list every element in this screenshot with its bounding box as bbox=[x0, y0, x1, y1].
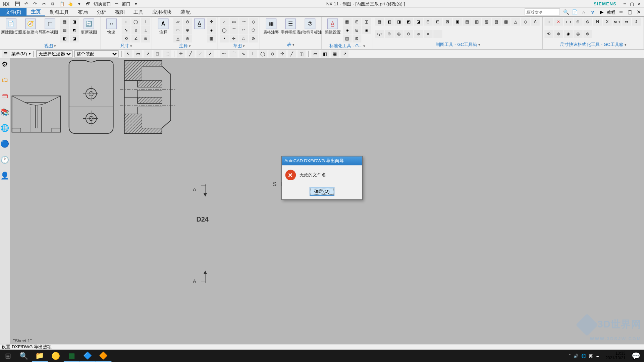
ann-s1-button[interactable]: ▱ bbox=[173, 18, 182, 26]
cut-icon[interactable]: ✂ bbox=[40, 0, 47, 7]
undo-icon[interactable]: ↶ bbox=[23, 0, 30, 7]
tb2-c8[interactable]: ╱ bbox=[288, 50, 296, 57]
tb2-d2[interactable]: ◧ bbox=[321, 50, 329, 57]
df-2[interactable]: ✕ bbox=[554, 18, 563, 26]
tb2-1[interactable]: ↖ bbox=[124, 50, 132, 57]
taskbar-search-icon[interactable]: 🔍 bbox=[16, 350, 32, 362]
tab-app-module[interactable]: 应用模块 bbox=[148, 8, 176, 16]
start-button[interactable]: ⊞ bbox=[0, 350, 16, 362]
tb2-snap1[interactable]: ✛ bbox=[177, 50, 185, 57]
copy-icon[interactable]: ⧉ bbox=[49, 0, 56, 7]
std-s8[interactable]: ▣ bbox=[362, 26, 371, 34]
tb2-c4[interactable]: ⊥ bbox=[249, 50, 257, 57]
doc-close-button[interactable]: ✕ bbox=[635, 9, 642, 16]
tb2-snap4[interactable]: ⤢ bbox=[206, 50, 214, 57]
gc-19[interactable]: ⊕ bbox=[385, 30, 393, 38]
tab-layout[interactable]: 布局 bbox=[73, 8, 92, 16]
minimize-button[interactable]: ━ bbox=[622, 1, 628, 7]
window-icon[interactable]: ▭ bbox=[113, 0, 120, 7]
edit-settings-button[interactable]: A̲编辑设置 bbox=[323, 18, 342, 36]
df-1[interactable]: ↔ bbox=[544, 18, 553, 26]
menu-button-label[interactable]: 菜单(M) bbox=[11, 51, 27, 57]
ann-s6-button[interactable]: ⊘ bbox=[183, 35, 192, 43]
tb2-snap3[interactable]: ⟋ bbox=[197, 50, 205, 57]
df-14[interactable]: ◎ bbox=[574, 30, 582, 38]
dim-s6-button[interactable]: ∠ bbox=[131, 35, 140, 43]
std-s6[interactable]: ⊠ bbox=[353, 35, 361, 43]
gc-5[interactable]: ◪ bbox=[414, 18, 423, 26]
assembly-navigator-icon[interactable]: 🗃 bbox=[1, 92, 9, 100]
tb2-c5[interactable]: ◯ bbox=[259, 50, 267, 57]
app2-icon[interactable]: 🔶 bbox=[96, 350, 111, 362]
ann-s4-button[interactable]: ⊙ bbox=[183, 18, 192, 26]
group-label-std-tools[interactable]: 标准化工具 - G... bbox=[323, 43, 371, 50]
touch-icon[interactable]: 👆 bbox=[67, 0, 74, 7]
group-label-view[interactable]: 视图 bbox=[2, 43, 98, 50]
gc-24[interactable]: ⟂ bbox=[433, 30, 442, 38]
dim-s7-button[interactable]: ⊥ bbox=[141, 18, 150, 26]
window-label[interactable]: 窗口 bbox=[122, 1, 130, 7]
std-s5[interactable]: ⊟ bbox=[353, 26, 361, 34]
paste-icon[interactable]: 📋 bbox=[58, 0, 65, 7]
tb2-c2[interactable]: ⌒ bbox=[229, 50, 237, 57]
tb2-d1[interactable]: ▭ bbox=[311, 50, 319, 57]
gc-12[interactable]: ▧ bbox=[482, 18, 491, 26]
tray-chevron-icon[interactable]: ˄ bbox=[569, 354, 571, 358]
ann-s5-button[interactable]: ⊕ bbox=[183, 26, 192, 34]
command-search-input[interactable] bbox=[525, 8, 560, 15]
gc-16[interactable]: ◇ bbox=[521, 18, 530, 26]
tutorial-icon[interactable]: ▶ bbox=[598, 9, 605, 16]
gc-17[interactable]: A bbox=[531, 18, 539, 26]
gc-13[interactable]: ▨ bbox=[492, 18, 500, 26]
ann-s7-button[interactable]: ✢ bbox=[207, 18, 216, 26]
dropdown-icon[interactable]: ▾ bbox=[76, 0, 83, 7]
tb2-rect-select[interactable]: ⬚ bbox=[163, 50, 171, 57]
excel-icon[interactable]: ▦ bbox=[64, 350, 79, 362]
group-label-drafting-gc[interactable]: 制图工具 - GC工具箱 bbox=[375, 41, 540, 48]
df-3[interactable]: ⟷ bbox=[564, 18, 573, 26]
view-small6-button[interactable]: ◪ bbox=[70, 35, 78, 43]
gc-2[interactable]: ◧ bbox=[385, 18, 393, 26]
tb2-c7[interactable]: ✢ bbox=[278, 50, 286, 57]
file-explorer-icon[interactable]: 📁 bbox=[32, 350, 48, 362]
notifications-icon[interactable]: 💬 bbox=[628, 350, 644, 362]
dropdown2-icon[interactable]: ▾ bbox=[132, 0, 140, 7]
gc-1[interactable]: ▦ bbox=[375, 18, 384, 26]
df-5[interactable]: ⊘ bbox=[583, 18, 592, 26]
view-wizard-button[interactable]: 🧭视图创建向导 bbox=[21, 18, 40, 36]
parts-list-button[interactable]: ☰零件明细表 bbox=[281, 18, 300, 36]
df-7[interactable]: X bbox=[603, 18, 611, 26]
view-small4-button[interactable]: ◨ bbox=[70, 18, 78, 26]
sk-s1-button[interactable]: ⟋ bbox=[220, 18, 228, 26]
tb2-4[interactable]: ⊡ bbox=[154, 50, 162, 57]
sk-s6-button[interactable]: ✛ bbox=[229, 35, 238, 43]
view-small5-button[interactable]: ◩ bbox=[70, 26, 78, 34]
gc-11[interactable]: ▥ bbox=[472, 18, 481, 26]
taskbar-clock[interactable]: 10:33 2021/10/21 bbox=[603, 351, 628, 361]
switch-window-icon[interactable]: 🗗 bbox=[85, 0, 92, 7]
gc-14[interactable]: ▩ bbox=[501, 18, 510, 26]
gc-18[interactable]: xyz bbox=[375, 30, 384, 38]
df-9[interactable]: ⇔ bbox=[622, 18, 631, 26]
ann-s3-button[interactable]: ◬ bbox=[173, 35, 182, 43]
group-label-annotation[interactable]: 注释 bbox=[154, 43, 216, 50]
df-15[interactable]: ⊛ bbox=[583, 30, 592, 38]
doc-restore-button[interactable]: ▢ bbox=[626, 9, 633, 16]
group-label-table[interactable]: 表 bbox=[262, 41, 319, 48]
sk-s7-button[interactable]: 〰 bbox=[239, 18, 248, 26]
note-button[interactable]: A注释 bbox=[154, 18, 172, 36]
close-button[interactable]: ✕ bbox=[636, 1, 642, 7]
auto-balloon-button[interactable]: ⑦自动符号标注 bbox=[301, 18, 319, 36]
df-8[interactable]: NH1 bbox=[612, 18, 621, 26]
tab-drafting-tools[interactable]: 制图工具 bbox=[45, 8, 73, 16]
gc-23[interactable]: ✕ bbox=[424, 30, 432, 38]
df-11[interactable]: ⟲ bbox=[544, 30, 553, 38]
ok-button[interactable]: 确定(O) bbox=[310, 187, 334, 196]
sk-s11-button[interactable]: ⬡ bbox=[249, 26, 258, 34]
dim-s1-button[interactable]: ↕ bbox=[122, 18, 130, 26]
tb2-2[interactable]: ▭ bbox=[134, 50, 142, 57]
sk-s8-button[interactable]: ◠ bbox=[239, 26, 248, 34]
sk-s2-button[interactable]: ◯ bbox=[220, 26, 228, 34]
dim-s5-button[interactable]: ⌀ bbox=[131, 26, 140, 34]
tb2-c1[interactable]: 〰 bbox=[220, 50, 228, 57]
